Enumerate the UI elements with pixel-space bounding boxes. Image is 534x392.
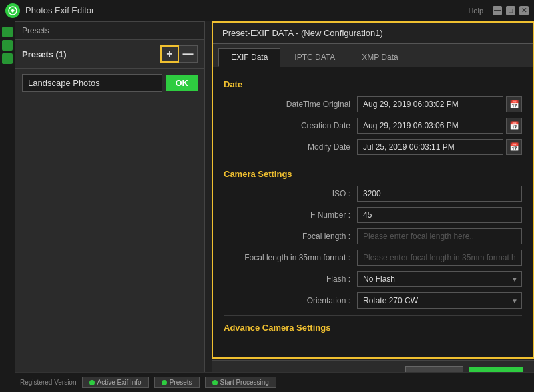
green-dot-2 (162, 380, 167, 385)
modify-date-label: Modify Date (224, 142, 357, 152)
orientation-label: Orientation : (224, 296, 357, 305)
flash-select[interactable]: No Flash Flash Flash No Return Auto Flas… (357, 271, 522, 287)
app-area: Presets Presets (1) + — OK Preset-EXIF D… (0, 21, 534, 392)
exif-panel-title: Preset-EXIF DATA - (New Configuration1) (213, 23, 533, 44)
presets-header: Presets (15, 22, 204, 40)
modify-date-calendar[interactable]: 📅 (506, 139, 522, 155)
iso-input[interactable] (357, 186, 522, 202)
field-row-fnumber: F Number : (224, 207, 522, 223)
camera-section-title: Camera Settings (224, 169, 522, 179)
green-dot-3 (212, 380, 218, 385)
modify-date-input-wrap: 📅 (357, 139, 522, 155)
field-row-modify-date: Modify Date 📅 (224, 139, 522, 155)
datetime-original-input[interactable] (357, 96, 503, 112)
strip-icon-1 (2, 27, 13, 37)
green-dot-1 (89, 380, 95, 385)
app-bottom-toolbar: Registered Version Active Exif Info Pres… (15, 372, 534, 392)
datetime-original-calendar[interactable]: 📅 (506, 96, 522, 112)
tab-iptc-data[interactable]: IPTC DATA (282, 48, 348, 67)
creation-date-label: Creation Date (224, 121, 357, 130)
fnumber-label: F Number : (224, 210, 357, 220)
preset-name-input[interactable] (22, 74, 162, 92)
field-row-iso: ISO : (224, 186, 522, 202)
presets-bottom-button[interactable]: Presets (154, 377, 200, 388)
tab-exif-data[interactable]: EXIF Data (218, 48, 280, 67)
focal-length-35mm-label: Focal length in 35mm format : (224, 253, 357, 262)
exif-content: Date DateTime Original 📅 Creation Date 📅 (213, 67, 533, 357)
registered-label: Registered Version (20, 379, 77, 386)
presets-header-label: Presets (22, 26, 49, 35)
close-button[interactable]: ✕ (519, 6, 529, 15)
date-section-title: Date (224, 79, 522, 89)
iso-label: ISO : (224, 189, 357, 198)
flash-input-wrap: No Flash Flash Flash No Return Auto Flas… (357, 271, 522, 287)
flash-label: Flash : (224, 274, 357, 284)
start-processing-button[interactable]: Start Processing (205, 377, 276, 388)
preset-remove-button[interactable]: — (179, 45, 198, 63)
tab-xmp-data[interactable]: XMP Data (349, 48, 411, 67)
divider-1 (224, 162, 522, 162)
datetime-original-input-wrap: 📅 (357, 96, 522, 112)
creation-date-calendar[interactable]: 📅 (506, 118, 522, 134)
presets-input-row: OK (15, 69, 204, 97)
modal-backdrop: Presets Presets (1) + — OK Preset-EXIF D… (15, 21, 534, 392)
preset-ok-button[interactable]: OK (166, 75, 198, 91)
presets-btn-group: + — (160, 45, 198, 63)
focal-length-35mm-input-wrap (357, 250, 522, 266)
title-controls: Help — □ ✕ (468, 6, 529, 15)
presets-title: Presets (1) (22, 49, 66, 59)
title-bar: Photos Exif Editor Help — □ ✕ (0, 0, 534, 21)
iso-input-wrap (357, 186, 522, 202)
fnumber-input-wrap (357, 207, 522, 223)
exif-tabs: EXIF Data IPTC DATA XMP Data (213, 44, 533, 67)
help-label[interactable]: Help (468, 7, 483, 15)
field-row-flash: Flash : No Flash Flash Flash No Return A… (224, 271, 522, 287)
creation-date-input[interactable] (357, 118, 503, 134)
app-title: Photos Exif Editor (25, 5, 468, 15)
maximize-button[interactable]: □ (506, 6, 515, 15)
active-exif-info-button[interactable]: Active Exif Info (82, 377, 149, 388)
preset-add-button[interactable]: + (160, 45, 179, 63)
modify-date-input[interactable] (357, 139, 503, 155)
active-exif-info-label: Active Exif Info (97, 379, 142, 386)
field-row-creation-date: Creation Date 📅 (224, 118, 522, 134)
field-row-focal-length: Focal length : (224, 228, 522, 244)
focal-length-input-wrap (357, 228, 522, 244)
exif-panel: Preset-EXIF DATA - (New Configuration1) … (212, 21, 534, 359)
presets-title-row: Presets (1) + — (15, 40, 204, 69)
focal-length-label: Focal length : (224, 232, 357, 241)
creation-date-input-wrap: 📅 (357, 118, 522, 134)
app-logo (5, 3, 20, 18)
strip-icon-2 (2, 40, 13, 51)
field-row-orientation: Orientation : Rotate 270 CW Horizontal (… (224, 292, 522, 309)
strip-icon-3 (2, 53, 13, 64)
orientation-select[interactable]: Rotate 270 CW Horizontal (Normal) Rotate… (357, 292, 522, 309)
fnumber-input[interactable] (357, 207, 522, 223)
field-row-focal-length-35mm: Focal length in 35mm format : (224, 250, 522, 266)
focal-length-input[interactable] (357, 228, 522, 244)
start-processing-label: Start Processing (220, 379, 269, 386)
orientation-input-wrap: Rotate 270 CW Horizontal (Normal) Rotate… (357, 292, 522, 309)
presets-panel: Presets Presets (1) + — OK (15, 21, 205, 392)
minimize-button[interactable]: — (493, 6, 502, 15)
presets-bottom-label: Presets (170, 379, 192, 386)
divider-2 (224, 315, 522, 316)
focal-length-35mm-input[interactable] (357, 250, 522, 266)
datetime-original-label: DateTime Original (224, 100, 357, 109)
left-strip (0, 21, 15, 392)
field-row-datetime-original: DateTime Original 📅 (224, 96, 522, 112)
advance-section-title: Advance Camera Settings (224, 323, 522, 333)
